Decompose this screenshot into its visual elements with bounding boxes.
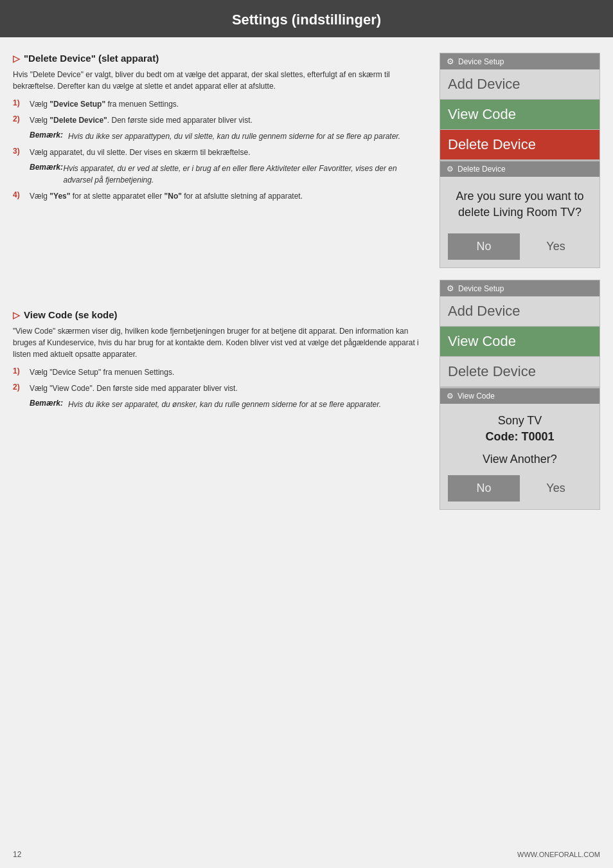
spacer-panels	[440, 268, 600, 280]
website-url: WWW.ONEFORALL.COM	[517, 851, 600, 858]
device-setup-panel-1: ⚙ Device Setup Add Device View Code Dele…	[440, 53, 600, 161]
confirm-question: Are you sure you want to delete Living R…	[448, 188, 592, 221]
step-2-2: 2) Vælg "View Code". Den første side med…	[13, 383, 428, 394]
confirm-panel-header: ⚙ Delete Device	[440, 161, 600, 177]
arrow-icon-1: ▷	[13, 53, 20, 64]
note-2-1: Bemærk: Hvis du ikke ser apparatet, du ø…	[30, 399, 428, 410]
view-code-no-button[interactable]: No	[448, 475, 520, 502]
panel1-delete-device[interactable]: Delete Device	[440, 130, 600, 160]
page: Settings (indstillinger) ▷ "Delete Devic…	[0, 0, 613, 868]
device-setup-panel-2: ⚙ Device Setup Add Device View Code Dele…	[440, 280, 600, 388]
view-code-panel-header: ⚙ View Code	[440, 388, 600, 404]
gear-icon-1: ⚙	[447, 57, 454, 66]
panel3-view-code[interactable]: View Code	[440, 327, 600, 357]
gear-icon-3: ⚙	[447, 284, 454, 293]
panel3-header-text: Device Setup	[458, 284, 504, 293]
left-column: ▷ "Delete Device" (slet apparat) Hvis "D…	[13, 53, 428, 510]
view-code-header-text: View Code	[458, 392, 495, 401]
panel1-header-text: Device Setup	[458, 57, 504, 66]
view-code-code-value: T0001	[521, 430, 554, 443]
step-num-1-2: 2)	[13, 114, 24, 123]
view-code-code: Code: T0001	[448, 430, 592, 444]
note-label-1-1: Bemærk:	[30, 131, 63, 140]
right-column: ⚙ Device Setup Add Device View Code Dele…	[440, 53, 600, 510]
step-text-1-4: Vælg "Yes" for at slette apparatet eller…	[30, 190, 303, 202]
note-label-1-2: Bemærk:	[30, 163, 58, 172]
panel1-header: ⚙ Device Setup	[440, 53, 600, 69]
page-header: Settings (indstillinger)	[0, 0, 613, 37]
confirm-buttons: No Yes	[448, 233, 592, 260]
view-code-buttons: No Yes	[448, 475, 592, 502]
delete-confirm-panel: ⚙ Delete Device Are you sure you want to…	[440, 161, 600, 268]
section1-intro: Hvis "Delete Device" er valgt, bliver du…	[13, 69, 428, 92]
view-code-result-panel: ⚙ View Code Sony TV Code: T0001 View Ano…	[440, 388, 600, 510]
arrow-icon-2: ▷	[13, 310, 20, 320]
panel1-view-code[interactable]: View Code	[440, 100, 600, 130]
note-1-2: Bemærk: Hvis apparatet, du er ved at sle…	[30, 163, 428, 186]
view-code-body: Sony TV Code: T0001 View Another? No Yes	[440, 404, 600, 509]
main-content: ▷ "Delete Device" (slet apparat) Hvis "D…	[0, 37, 613, 523]
note-text-1-2: Hvis apparatet, du er ved at slette, er …	[64, 163, 428, 186]
view-code-yes-button[interactable]: Yes	[520, 475, 592, 502]
page-footer: 12 WWW.ONEFORALL.COM	[13, 850, 600, 859]
confirm-panel-header-text: Delete Device	[458, 165, 506, 174]
section-view-code: ▷ View Code (se kode) "View Code" skærme…	[13, 309, 428, 410]
panel3-delete-device[interactable]: Delete Device	[440, 357, 600, 387]
panel3-add-device[interactable]: Add Device	[440, 296, 600, 327]
note-text-1-1: Hvis du ikke ser apparattypen, du vil sl…	[68, 131, 400, 142]
confirm-no-button[interactable]: No	[448, 233, 520, 260]
page-number: 12	[13, 850, 21, 859]
step-text-1-2: Vælg "Delete Device". Den første side me…	[30, 114, 253, 126]
section2-intro: "View Code" skærmen viser dig, hvilken k…	[13, 325, 428, 360]
step-num-1-4: 4)	[13, 190, 24, 199]
step-2-1: 1) Vælg "Device Setup" fra menuen Settin…	[13, 366, 428, 378]
note-text-2-1: Hvis du ikke ser apparatet, du ønsker, k…	[68, 399, 381, 410]
step-text-2-2: Vælg "View Code". Den første side med ap…	[30, 383, 238, 394]
section2-title: ▷ View Code (se kode)	[13, 309, 428, 320]
step-num-2-1: 1)	[13, 366, 24, 375]
step-1-2: 2) Vælg "Delete Device". Den første side…	[13, 114, 428, 126]
step-num-2-2: 2)	[13, 383, 24, 392]
panel1-add-device[interactable]: Add Device	[440, 69, 600, 100]
view-another-text: View Another?	[448, 453, 592, 466]
note-1-1: Bemærk: Hvis du ikke ser apparattypen, d…	[30, 131, 428, 142]
page-title: Settings (indstillinger)	[0, 12, 613, 28]
step-text-1-3: Vælg apparatet, du vil slette. Der vises…	[30, 147, 250, 158]
gear-icon-4: ⚙	[447, 392, 454, 401]
section1-title: ▷ "Delete Device" (slet apparat)	[13, 53, 428, 64]
step-1-4: 4) Vælg "Yes" for at slette apparatet el…	[13, 190, 428, 202]
section1-title-text: "Delete Device" (slet apparat)	[24, 53, 159, 64]
step-1-1: 1) Vælg "Device Setup" fra menuen Settin…	[13, 98, 428, 110]
step-1-3: 3) Vælg apparatet, du vil slette. Der vi…	[13, 147, 428, 158]
step-text-1-1: Vælg "Device Setup" fra menuen Settings.	[30, 98, 179, 110]
step-num-1-3: 3)	[13, 147, 24, 156]
step-num-1-1: 1)	[13, 98, 24, 107]
view-code-device: Sony TV	[448, 414, 592, 428]
spacer-1	[13, 206, 428, 309]
confirm-yes-button[interactable]: Yes	[520, 233, 592, 260]
section-delete-device: ▷ "Delete Device" (slet apparat) Hvis "D…	[13, 53, 428, 202]
step-text-2-1: Vælg "Device Setup" fra menuen Settings.	[30, 366, 174, 378]
section2-title-text: View Code (se kode)	[24, 309, 118, 320]
view-code-code-label: Code:	[485, 430, 518, 443]
panel3-header: ⚙ Device Setup	[440, 280, 600, 296]
gear-icon-2: ⚙	[447, 165, 454, 174]
note-label-2-1: Bemærk:	[30, 399, 63, 408]
confirm-body: Are you sure you want to delete Living R…	[440, 177, 600, 267]
